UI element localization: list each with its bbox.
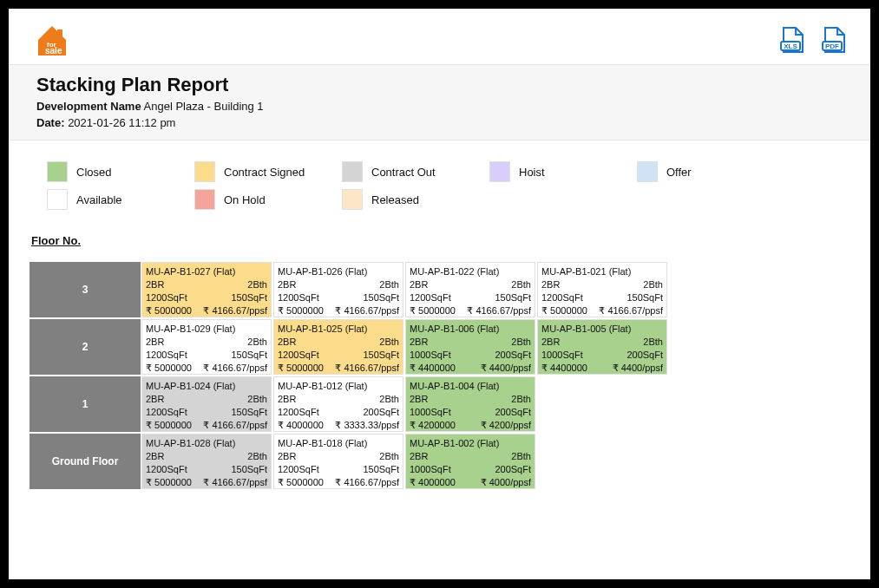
unit-card[interactable]: MU-AP-B1-029 (Flat)2BR2Bth1200SqFt150SqF…	[141, 319, 272, 375]
unit-area: 1200SqFt	[278, 463, 319, 476]
development-label: Development Name	[36, 100, 141, 113]
topbar: for sale XLS	[9, 9, 870, 64]
unit-price: ₹ 5000000	[146, 476, 192, 489]
unit-br: 2BR	[278, 278, 296, 291]
unit-bth: 2Bth	[247, 336, 267, 349]
date-label: Date:	[36, 116, 65, 129]
unit-area: 1200SqFt	[278, 406, 319, 419]
unit-area: 1200SqFt	[146, 406, 187, 419]
unit-psf: ₹ 4400/ppsf	[613, 362, 663, 375]
legend-item: Available	[47, 189, 194, 210]
unit-area: 1200SqFt	[278, 291, 319, 304]
development-line: Development Name Angel Plaza - Building …	[36, 100, 849, 113]
unit-bth: 2Bth	[643, 336, 663, 349]
unit-price: ₹ 4000000	[278, 419, 324, 432]
unit-card[interactable]: MU-AP-B1-005 (Flat)2BR2Bth1000SqFt200SqF…	[537, 319, 667, 375]
unit-card[interactable]: MU-AP-B1-012 (Flat)2BR2Bth1200SqFt200SqF…	[273, 376, 403, 432]
unit-code: MU-AP-B1-026 (Flat)	[278, 265, 399, 278]
unit-bth: 2Bth	[247, 393, 267, 406]
unit-price: ₹ 5000000	[146, 362, 192, 375]
unit-price: ₹ 5000000	[278, 304, 324, 317]
legend-label: Closed	[76, 166, 111, 179]
floor-label-cell: 1	[30, 376, 141, 433]
unit-card[interactable]: MU-AP-B1-018 (Flat)2BR2Bth1200SqFt150SqF…	[273, 434, 403, 489]
unit-psf-area: 150SqFt	[495, 291, 531, 304]
unit-psf-area: 150SqFt	[231, 406, 267, 419]
unit-price: ₹ 4000000	[410, 476, 456, 489]
legend-swatch	[47, 189, 68, 210]
legend-swatch	[342, 161, 363, 182]
legend-item: Hoist	[489, 161, 637, 182]
report-header: Stacking Plan Report Development Name An…	[9, 64, 870, 140]
unit-area: 1000SqFt	[410, 349, 451, 362]
svg-rect-0	[57, 29, 62, 38]
unit-psf: ₹ 4166.67/ppsf	[599, 304, 663, 317]
unit-card[interactable]: MU-AP-B1-026 (Flat)2BR2Bth1200SqFt150SqF…	[273, 262, 403, 317]
unit-card[interactable]: MU-AP-B1-006 (Flat)2BR2Bth1000SqFt200SqF…	[405, 319, 535, 375]
legend-swatch	[194, 189, 215, 210]
legend-swatch	[194, 161, 215, 182]
unit-area: 1200SqFt	[410, 291, 451, 304]
legend-item: On Hold	[194, 189, 342, 210]
legend-swatch	[489, 161, 510, 182]
unit-psf-area: 150SqFt	[626, 291, 663, 304]
unit-card[interactable]: MU-AP-B1-002 (Flat)2BR2Bth1000SqFt200SqF…	[405, 434, 535, 489]
unit-price: ₹ 4200000	[410, 419, 456, 432]
unit-code: MU-AP-B1-028 (Flat)	[146, 437, 267, 450]
unit-code: MU-AP-B1-027 (Flat)	[146, 265, 267, 278]
legend-label: Contract Signed	[224, 166, 305, 179]
unit-psf: ₹ 4200/ppsf	[481, 419, 531, 432]
legend-label: Released	[371, 193, 419, 206]
floor-label-cell: 2	[30, 318, 141, 376]
unit-br: 2BR	[410, 393, 428, 406]
development-value: Angel Plaza - Building 1	[144, 100, 264, 113]
unit-br: 2BR	[410, 278, 428, 291]
legend-swatch	[637, 161, 658, 182]
legend-item: Contract Signed	[194, 161, 342, 182]
unit-psf: ₹ 4166.67/ppsf	[203, 362, 267, 375]
legend-swatch	[47, 161, 68, 182]
unit-psf-area: 150SqFt	[231, 463, 267, 476]
unit-br: 2BR	[278, 336, 296, 349]
unit-psf: ₹ 3333.33/ppsf	[335, 419, 399, 432]
unit-psf-area: 150SqFt	[363, 291, 399, 304]
export-pdf-icon[interactable]: PDF	[818, 24, 849, 56]
unit-code: MU-AP-B1-006 (Flat)	[410, 323, 531, 336]
unit-card[interactable]: MU-AP-B1-024 (Flat)2BR2Bth1200SqFt150SqF…	[141, 376, 272, 432]
unit-card[interactable]: MU-AP-B1-025 (Flat)2BR2Bth1200SqFt150SqF…	[273, 319, 403, 375]
unit-psf: ₹ 4166.67/ppsf	[203, 304, 267, 317]
unit-card[interactable]: MU-AP-B1-027 (Flat)2BR2Bth1200SqFt150SqF…	[141, 262, 272, 317]
unit-code: MU-AP-B1-029 (Flat)	[146, 323, 267, 336]
unit-code: MU-AP-B1-002 (Flat)	[410, 437, 531, 450]
unit-card[interactable]: MU-AP-B1-028 (Flat)2BR2Bth1200SqFt150SqF…	[141, 434, 272, 489]
unit-area: 1000SqFt	[410, 463, 451, 476]
unit-price: ₹ 5000000	[278, 362, 324, 375]
unit-area: 1200SqFt	[278, 349, 319, 362]
svg-text:sale: sale	[45, 46, 62, 56]
unit-bth: 2Bth	[379, 336, 399, 349]
unit-psf-area: 150SqFt	[363, 463, 399, 476]
unit-price: ₹ 4400000	[410, 362, 456, 375]
unit-br: 2BR	[541, 336, 560, 349]
unit-card[interactable]: MU-AP-B1-022 (Flat)2BR2Bth1200SqFt150SqF…	[405, 262, 535, 317]
brand-logo-icon: for sale	[30, 21, 75, 59]
export-xls-icon[interactable]: XLS	[777, 24, 808, 56]
unit-bth: 2Bth	[511, 278, 531, 291]
unit-price: ₹ 4400000	[541, 362, 587, 375]
unit-psf: ₹ 4166.67/ppsf	[335, 476, 399, 489]
unit-br: 2BR	[146, 278, 164, 291]
unit-area: 1000SqFt	[410, 406, 451, 419]
unit-area: 1000SqFt	[541, 349, 583, 362]
unit-psf: ₹ 4166.67/ppsf	[203, 419, 267, 432]
legend-label: Available	[76, 193, 122, 206]
legend-item: Closed	[47, 161, 194, 182]
unit-price: ₹ 5000000	[146, 419, 192, 432]
unit-card[interactable]: MU-AP-B1-021 (Flat)2BR2Bth1200SqFt150SqF…	[537, 262, 667, 317]
unit-br: 2BR	[278, 450, 296, 463]
floor-label-cell: 3	[30, 261, 141, 318]
unit-br: 2BR	[410, 336, 428, 349]
unit-psf-area: 200SqFt	[626, 349, 663, 362]
unit-code: MU-AP-B1-018 (Flat)	[278, 437, 399, 450]
unit-br: 2BR	[146, 393, 164, 406]
unit-card[interactable]: MU-AP-B1-004 (Flat)2BR2Bth1000SqFt200SqF…	[405, 376, 535, 432]
